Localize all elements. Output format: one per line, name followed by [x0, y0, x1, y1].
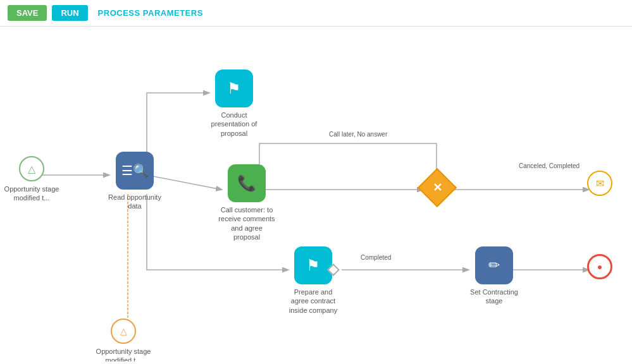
- start-event2-label: Opportunity stage modified t...: [95, 347, 152, 361]
- red-dot-icon: ●: [597, 262, 602, 272]
- canvas: Call later, No answer Canceled, Complete…: [0, 27, 632, 361]
- set-contracting-node[interactable]: ✏ Set Contracting stage: [466, 246, 523, 306]
- process-params-label: PROCESS PARAMETERS: [98, 8, 203, 18]
- call-customer-icon: 📞: [228, 164, 266, 202]
- read-opportunity-icon: ☰🔍: [116, 152, 154, 190]
- run-button[interactable]: RUN: [52, 5, 87, 21]
- mail-icon: ✉: [596, 178, 604, 190]
- read-opportunity-label: Read opportunity data: [106, 193, 163, 211]
- canceled-label: Canceled, Completed: [519, 162, 579, 169]
- toolbar: SAVE RUN PROCESS PARAMETERS: [0, 0, 632, 27]
- set-contracting-label: Set Contracting stage: [466, 288, 523, 306]
- call-later-label: Call later, No answer: [329, 131, 387, 138]
- conduct-presentation-label: Conduct presentation of proposal: [206, 111, 263, 138]
- small-diamond-connector: [329, 265, 338, 277]
- triangle-icon: △: [28, 163, 35, 175]
- read-opportunity-node[interactable]: ☰🔍 Read opportunity data: [106, 152, 163, 211]
- call-customer-node[interactable]: 📞 Call customer: to receive comments and…: [218, 164, 275, 241]
- gateway-diamond: ✕: [418, 168, 457, 207]
- end-mail-node[interactable]: ✉: [587, 171, 612, 196]
- gateway-node[interactable]: ✕: [421, 172, 453, 203]
- start-event-label: Opportunity stage modified t...: [3, 185, 60, 203]
- start-event2-circle: △: [111, 318, 136, 344]
- completed-label: Completed: [361, 254, 391, 261]
- triangle-orange-icon: △: [120, 326, 127, 336]
- end-red-circle: ●: [587, 254, 612, 279]
- start-event-node[interactable]: △ Opportunity stage modified t...: [3, 156, 60, 203]
- prepare-contract-label: Prepare and agree contract inside compan…: [285, 288, 342, 315]
- flag2-icon: ⚑: [306, 257, 320, 274]
- save-button[interactable]: SAVE: [8, 5, 47, 21]
- list-icon: ☰🔍: [121, 163, 149, 178]
- start-event2-node[interactable]: △ Opportunity stage modified t...: [95, 318, 152, 361]
- x-icon: ✕: [433, 181, 442, 195]
- conduct-presentation-icon: ⚑: [215, 70, 253, 107]
- gateway-wrapper: ✕: [421, 172, 453, 203]
- end-red-node[interactable]: ●: [587, 254, 612, 279]
- phone-icon: 📞: [237, 174, 256, 192]
- start-event-circle: △: [19, 156, 44, 181]
- prepare-contract-node[interactable]: ⚑ Prepare and agree contract inside comp…: [285, 246, 342, 315]
- flag-icon: ⚑: [227, 80, 241, 97]
- set-contracting-icon: ✏: [475, 246, 513, 284]
- conduct-presentation-node[interactable]: ⚑ Conduct presentation of proposal: [206, 70, 263, 138]
- write-icon: ✏: [488, 257, 500, 274]
- end-mail-circle: ✉: [587, 171, 612, 196]
- call-customer-label: Call customer: to receive comments and a…: [218, 205, 275, 241]
- prepare-contract-icon: ⚑: [294, 246, 332, 284]
